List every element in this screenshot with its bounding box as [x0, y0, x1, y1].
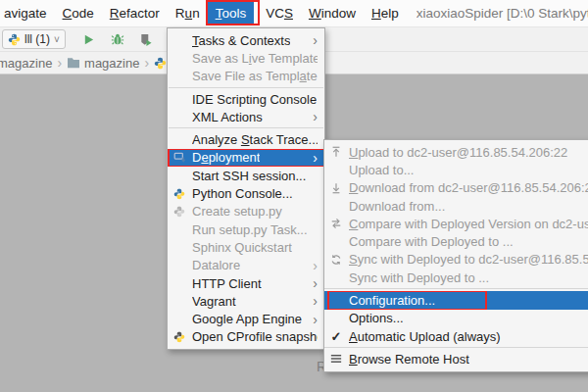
menubar-item-refactor[interactable]: Refactor: [102, 2, 168, 24]
upload-icon: [329, 145, 343, 159]
menu-item-tasks-and-contexts[interactable]: Tasks & Contexts ›: [168, 31, 324, 49]
menu-item-label: Save as Live Template...: [192, 51, 318, 66]
menu-item-label: Run setup.py Task...: [192, 222, 308, 237]
menu-item-label: Datalore: [192, 258, 240, 272]
folder-icon: [67, 57, 80, 69]
menu-item-google-app-engine[interactable]: Google App Engine ›: [168, 310, 324, 327]
menu-item-upload-to[interactable]: Upload to...: [324, 161, 588, 178]
menu-separator: [169, 127, 323, 128]
menu-item-upload-to-server[interactable]: Upload to dc2-user@116.85.54.206:22: [324, 143, 588, 161]
menu-item-label: Python Console...: [192, 186, 293, 201]
breadcrumb-item-folder[interactable]: magazine: [67, 56, 139, 71]
submenu-arrow-icon: ›: [307, 33, 318, 47]
menu-item-datalore[interactable]: Datalore ›: [168, 257, 324, 274]
chevron-down-icon: ˅: [54, 34, 60, 45]
menu-item-create-setup-py[interactable]: Create setup.py: [168, 203, 324, 220]
menu-item-label: Save File as Template...: [192, 69, 318, 83]
menubar-item-navigate[interactable]: avigate: [0, 2, 55, 24]
menu-item-analyze-stack-trace[interactable]: Analyze Stack Trace...: [168, 130, 324, 148]
menu-item-label: Download from...: [349, 199, 445, 214]
cprofile-icon: [172, 330, 186, 344]
run-button[interactable]: [81, 31, 97, 47]
menu-item-python-console[interactable]: Python Console...: [168, 184, 324, 202]
menu-item-label: Deployment: [192, 150, 260, 165]
submenu-arrow-icon: ›: [307, 313, 318, 326]
submenu-arrow-icon: ›: [307, 110, 318, 123]
menu-item-download-from-server[interactable]: Download from dc2-user@116.85.54.206:22: [324, 179, 588, 197]
menu-item-label: Compare with Deployed to ...: [349, 234, 514, 249]
debug-button[interactable]: [110, 31, 125, 47]
breadcrumb-item-project[interactable]: magazine: [0, 56, 52, 71]
menu-bar: avigate Code Refactor Run Tools VCS Wind…: [0, 0, 588, 26]
submenu-arrow-icon: ›: [307, 276, 318, 290]
menu-item-label: Browse Remote Host: [349, 352, 469, 367]
deployment-submenu-popup: Upload to dc2-user@116.85.54.206:22 Uplo…: [323, 139, 588, 372]
menu-item-save-as-live-template[interactable]: Save as Live Template...: [168, 49, 324, 67]
menu-item-label: Upload to dc2-user@116.85.54.206:22: [349, 145, 567, 160]
check-icon: ✓: [329, 329, 343, 343]
remote-host-list-icon: [329, 352, 343, 366]
menu-item-label: Analyze Stack Trace...: [192, 132, 318, 147]
submenu-arrow-icon: ›: [307, 294, 318, 308]
menu-item-label: Create setup.py: [192, 204, 282, 219]
menu-item-label: Sync with Deployed to dc2-user@116.85.54…: [349, 252, 588, 267]
menu-item-label: XML Actions: [192, 110, 263, 124]
menu-item-label: Compare with Deployed Version on dc2-use…: [349, 217, 588, 231]
menu-item-sphinx-quickstart[interactable]: Sphinx Quickstart: [168, 238, 324, 256]
breadcrumb-separator-icon: ›: [52, 55, 67, 71]
menu-item-automatic-upload[interactable]: ✓ Automatic Upload (always): [324, 327, 588, 345]
menu-item-compare-with-deployed-version[interactable]: Compare with Deployed Version on dc2-use…: [324, 215, 588, 232]
tools-menu-popup: Tasks & Contexts › Save as Live Template…: [167, 27, 325, 350]
menu-item-xml-actions[interactable]: XML Actions ›: [168, 108, 324, 125]
menu-item-label: Sphinx Quickstart: [192, 240, 292, 255]
menu-item-compare-with-deployed-to[interactable]: Compare with Deployed to ...: [324, 232, 588, 250]
menu-item-label: Open CProfile snapshot: [192, 329, 318, 344]
run-configuration-name: lll (1): [24, 32, 50, 46]
menu-item-options[interactable]: Options...: [324, 310, 588, 327]
run-with-coverage-button[interactable]: [138, 31, 154, 47]
setup-py-icon: [172, 205, 186, 219]
submenu-arrow-icon: ›: [307, 151, 318, 165]
menu-item-ide-scripting-console[interactable]: IDE Scripting Console: [168, 90, 324, 108]
menu-item-label: HTTP Client: [192, 276, 262, 291]
python-file-icon: [154, 57, 167, 70]
menu-separator: [324, 288, 588, 289]
breadcrumb-separator-icon: ›: [139, 55, 154, 71]
menubar-item-tools-label: Tools: [216, 6, 247, 21]
menu-item-http-client[interactable]: HTTP Client ›: [168, 274, 324, 292]
menu-item-start-ssh-session[interactable]: Start SSH session...: [168, 167, 324, 184]
menu-item-download-from[interactable]: Download from...: [324, 197, 588, 215]
menu-separator: [169, 87, 323, 88]
menu-item-sync-with-deployed-server[interactable]: Sync with Deployed to dc2-user@116.85.54…: [324, 251, 588, 269]
window-title: xiaoxiaoSpider [D:\0 Stark\pythonCode\xi…: [416, 6, 588, 21]
menu-item-save-file-as-template[interactable]: Save File as Template...: [168, 68, 324, 85]
menu-item-vagrant[interactable]: Vagrant ›: [168, 292, 324, 310]
menu-item-label: Sync with Deployed to ...: [349, 270, 489, 285]
menu-item-label: Download from dc2-user@116.85.54.206:22: [349, 180, 588, 195]
menu-item-sync-with-deployed-to[interactable]: Sync with Deployed to ...: [324, 269, 588, 286]
menubar-item-tools[interactable]: Tools: [208, 2, 255, 24]
menu-item-label: Google App Engine: [192, 312, 302, 326]
menubar-item-vcs[interactable]: VCS: [258, 2, 301, 24]
menu-item-deployment[interactable]: Deployment ›: [168, 149, 324, 167]
menubar-item-window[interactable]: Window: [301, 2, 364, 24]
menu-item-configuration[interactable]: Configuration...: [324, 291, 588, 309]
menubar-item-help[interactable]: Help: [364, 2, 407, 24]
menu-item-label: Vagrant: [192, 294, 236, 309]
compare-icon: [329, 217, 343, 230]
menu-item-run-setup-py-task[interactable]: Run setup.py Task...: [168, 220, 324, 238]
menu-separator: [324, 347, 588, 348]
menubar-item-run[interactable]: Run: [168, 2, 208, 24]
run-configuration-select[interactable]: lll (1) ˅: [2, 29, 66, 49]
menu-item-label: Start SSH session...: [192, 169, 306, 183]
menu-item-label: Automatic Upload (always): [349, 329, 501, 344]
submenu-arrow-icon: ›: [307, 259, 318, 272]
breadcrumb-label: magazine: [84, 56, 139, 71]
menu-item-open-cprofile-snapshot[interactable]: Open CProfile snapshot: [168, 328, 324, 346]
python-logo-icon: [8, 33, 21, 46]
menubar-item-code[interactable]: Code: [55, 2, 102, 24]
menu-item-browse-remote-host[interactable]: Browse Remote Host: [324, 350, 588, 368]
breadcrumb-label: magazine: [0, 56, 52, 71]
sync-icon: [329, 253, 343, 267]
download-icon: [329, 181, 343, 195]
